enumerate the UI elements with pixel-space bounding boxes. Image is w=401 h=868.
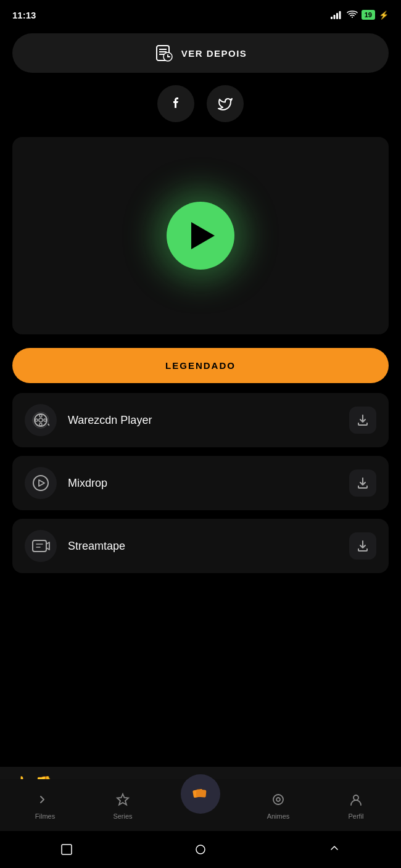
android-recents-button[interactable]: [324, 839, 345, 863]
warezcdn-player-name: Warezcdn Player: [68, 414, 349, 427]
twitter-icon: [218, 97, 233, 110]
svg-point-26: [353, 795, 358, 800]
player-row-warezcdn[interactable]: Warezcdn Player: [12, 393, 389, 447]
svg-point-24: [273, 795, 283, 804]
svg-point-14: [39, 423, 42, 426]
svg-marker-21: [117, 794, 128, 805]
battery-indicator: 19: [362, 10, 375, 20]
svg-rect-23: [196, 789, 207, 797]
mixdrop-icon-wrap: [25, 467, 57, 499]
ver-depois-label: VER DEPOIS: [181, 48, 247, 59]
social-row: [12, 85, 389, 122]
filmes-label: Filmes: [35, 812, 55, 820]
svg-rect-3: [339, 11, 341, 19]
android-bar: [0, 834, 401, 868]
animes-icon: [271, 793, 285, 810]
download-icon: [357, 414, 369, 426]
player-row-mixdrop[interactable]: Mixdrop: [12, 456, 389, 510]
legendado-button[interactable]: LEGENDADO: [12, 348, 389, 383]
play-circle-icon: [32, 474, 49, 492]
warezcdn-icon-wrap: [25, 404, 57, 436]
watchlist-icon: [154, 43, 174, 63]
svg-point-16: [44, 419, 46, 421]
center-circle: [181, 774, 220, 814]
status-bar: 11:13 19 ⚡: [0, 0, 401, 27]
svg-point-11: [35, 414, 47, 426]
mixdrop-download-button[interactable]: [349, 469, 376, 497]
perfil-label: Perfil: [348, 812, 363, 820]
svg-point-19: [33, 476, 48, 490]
charging-icon: ⚡: [379, 10, 389, 20]
facebook-icon: [169, 97, 183, 110]
svg-rect-20: [33, 540, 46, 552]
nav-item-center[interactable]: [179, 774, 222, 814]
status-icons: 19 ⚡: [331, 10, 389, 20]
player-row-streamtape[interactable]: Streamtape: [12, 519, 389, 573]
bottom-nav: Filmes Series Animes: [0, 779, 401, 831]
svg-point-15: [35, 419, 38, 421]
film-reel-icon: [32, 411, 49, 429]
nav-item-animes[interactable]: Animes: [257, 793, 300, 820]
facebook-button[interactable]: [157, 85, 194, 122]
ver-depois-button[interactable]: VER DEPOIS: [12, 33, 389, 73]
status-time: 11:13: [12, 10, 36, 20]
streamtape-download-button[interactable]: [349, 532, 376, 560]
svg-line-17: [48, 424, 49, 426]
download-icon-3: [357, 540, 369, 552]
video-player[interactable]: [12, 137, 389, 334]
cards-icon: [191, 785, 210, 803]
svg-point-12: [39, 418, 43, 422]
nav-item-series[interactable]: Series: [101, 793, 144, 820]
mixdrop-player-name: Mixdrop: [68, 477, 349, 490]
series-icon: [116, 793, 130, 810]
perfil-icon: [349, 793, 363, 810]
svg-rect-2: [336, 13, 338, 19]
animes-label: Animes: [267, 812, 290, 820]
download-icon-2: [357, 477, 369, 489]
signal-icon: [331, 10, 343, 19]
play-triangle-icon: [191, 222, 215, 249]
streamtape-icon-wrap: [25, 530, 57, 562]
svg-point-13: [39, 415, 42, 417]
svg-rect-27: [62, 845, 72, 854]
main-content: VER DEPOIS LEGENDADO: [0, 27, 401, 573]
warezcdn-download-button[interactable]: [349, 407, 376, 434]
nav-item-filmes[interactable]: Filmes: [23, 793, 67, 820]
play-button[interactable]: [167, 202, 234, 270]
wifi-icon: [347, 10, 358, 19]
video-box-icon: [31, 538, 50, 554]
android-home-button[interactable]: [190, 839, 211, 863]
android-back-button[interactable]: [56, 839, 77, 863]
streamtape-player-name: Streamtape: [68, 540, 349, 553]
svg-rect-0: [331, 17, 333, 19]
svg-rect-1: [333, 15, 335, 19]
svg-point-25: [276, 798, 280, 801]
nav-item-perfil[interactable]: Perfil: [334, 793, 378, 820]
twitter-button[interactable]: [207, 85, 244, 122]
svg-point-28: [196, 845, 205, 854]
filmes-icon: [38, 793, 52, 810]
series-label: Series: [113, 812, 132, 820]
